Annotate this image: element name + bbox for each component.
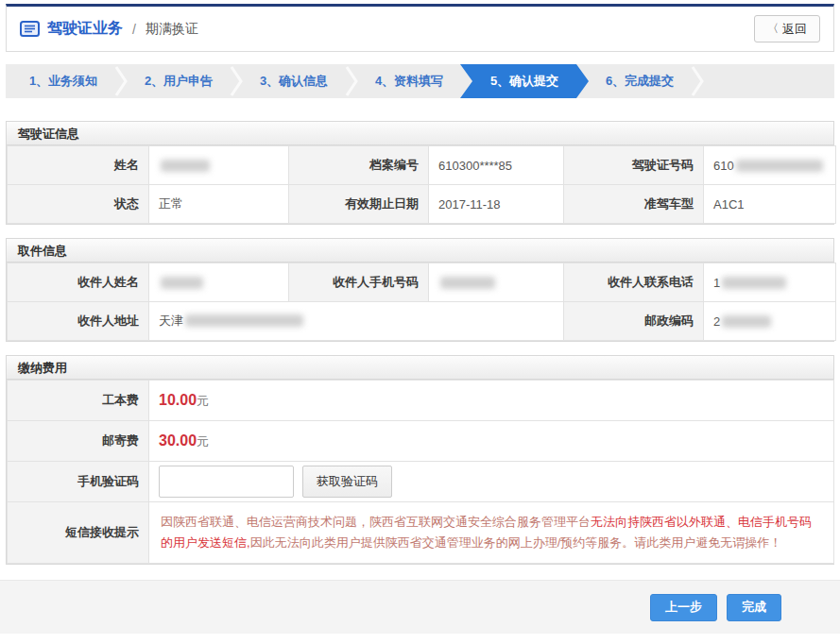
field-value: 610300****85 (429, 146, 564, 185)
get-code-button[interactable]: 获取验证码 (302, 466, 392, 498)
table-row: 收件人姓名收件人手机号码收件人联系电话1 (8, 263, 836, 302)
field-value (149, 263, 289, 302)
back-button[interactable]: 〈 返回 (754, 15, 820, 42)
table-row: 手机验证码获取验证码 (8, 462, 834, 502)
footer-action-bar: 上一步 完成 (0, 580, 840, 634)
field-label: 收件人姓名 (8, 263, 149, 302)
field-label: 状态 (8, 185, 149, 224)
section-驾驶证信息: 驾驶证信息姓名档案编号610300****85驾驶证号码610状态正常有效期止日… (6, 121, 834, 225)
value-text: 因陕西省联通、电信运营商技术问题，陕西省互联网交通安全综合服务管理平台 (161, 515, 591, 529)
field-value: 因陕西省联通、电信运营商技术问题，陕西省互联网交通安全综合服务管理平台无法向持陕… (149, 502, 834, 564)
page-subtitle: 期满换证 (146, 21, 198, 38)
field-label: 邮寄费 (8, 421, 149, 462)
value-text: 2017-11-18 (438, 197, 501, 212)
field-label: 手机验证码 (8, 462, 149, 502)
value-text: 元 (197, 434, 209, 449)
redacted-value (161, 277, 203, 289)
value-text: 元 (197, 394, 209, 408)
value-text: 610300****85 (438, 159, 512, 173)
content-sections: 驾驶证信息姓名档案编号610300****85驾驶证号码610状态正常有效期止日… (0, 121, 840, 565)
step-tab-5[interactable]: 5、确认提交 (460, 64, 589, 98)
breadcrumb-divider: / (132, 22, 136, 37)
step-tab-2[interactable]: 2、用户申告 (121, 64, 236, 98)
sms-code-input[interactable] (159, 466, 294, 498)
field-value: A1C1 (704, 185, 836, 224)
value-text: 610 (713, 159, 734, 173)
field-value: 30.00元 (149, 421, 834, 462)
value-text: A1C1 (713, 197, 745, 212)
step-separator-icon (690, 64, 705, 98)
redacted-value (736, 160, 823, 172)
value-text: 1 (713, 276, 720, 290)
field-label: 收件人联系电话 (564, 263, 704, 302)
value-text: 正常 (159, 196, 183, 211)
table-row: 短信接收提示因陕西省联通、电信运营商技术问题，陕西省互联网交通安全综合服务管理平… (8, 502, 834, 564)
field-label: 短信接收提示 (8, 502, 149, 564)
page-header: 驾驶证业务 / 期满换证 〈 返回 (6, 4, 834, 52)
value-text: 因此无法向此类用户提供陕西省交通管理业务的网上办理/预约等服务。请此类用户避免无… (250, 535, 782, 550)
redacted-value (722, 315, 771, 328)
field-label: 档案编号 (289, 146, 429, 185)
breadcrumb: 驾驶证业务 / 期满换证 (20, 19, 198, 39)
field-value: 2 (704, 302, 836, 341)
field-value: 获取验证码 (149, 462, 834, 502)
section-title: 缴纳费用 (7, 356, 833, 380)
redacted-value (161, 160, 210, 172)
field-label: 姓名 (8, 146, 149, 185)
field-value: 2017-11-18 (429, 185, 564, 224)
redacted-value (440, 277, 495, 289)
field-label: 准驾车型 (564, 185, 704, 224)
field-value (149, 146, 289, 185)
field-label: 邮政编码 (564, 302, 704, 341)
value-text: 2 (713, 314, 720, 329)
field-label: 驾驶证号码 (564, 146, 704, 185)
field-value (429, 263, 564, 302)
field-value: 天津 (149, 302, 564, 341)
step-tab-4[interactable]: 4、资料填写 (351, 64, 467, 98)
step-tab-3[interactable]: 3、确认信息 (236, 64, 351, 98)
section-缴纳费用: 缴纳费用工本费10.00元邮寄费30.00元手机验证码获取验证码短信接收提示因陕… (6, 355, 834, 565)
page-title: 驾驶证业务 (47, 19, 123, 39)
field-label: 收件人手机号码 (289, 263, 429, 302)
field-label: 有效期止日期 (289, 185, 429, 224)
field-value: 正常 (149, 185, 289, 224)
section-title: 驾驶证信息 (7, 122, 833, 145)
table-row: 工本费10.00元 (8, 381, 834, 421)
section-title: 取件信息 (7, 239, 833, 263)
field-value: 610 (704, 146, 836, 185)
section-取件信息: 取件信息收件人姓名收件人手机号码收件人联系电话1收件人地址天津邮政编码2 (6, 238, 834, 342)
value-text: 30.00 (159, 432, 197, 449)
value-text: 天津 (159, 314, 183, 328)
redacted-value (185, 314, 303, 327)
previous-step-button[interactable]: 上一步 (650, 594, 717, 621)
table-row: 收件人地址天津邮政编码2 (8, 302, 836, 341)
field-value: 10.00元 (149, 381, 834, 421)
step-tab-1[interactable]: 1、业务须知 (6, 64, 121, 98)
chevron-left-icon: 〈 (767, 21, 779, 37)
table-row: 姓名档案编号610300****85驾驶证号码610 (8, 146, 836, 185)
step-tab-6[interactable]: 6、完成提交 (582, 64, 697, 98)
field-value: 1 (704, 263, 836, 302)
value-text: 10.00 (159, 392, 197, 408)
list-icon (20, 21, 40, 37)
finish-button[interactable]: 完成 (727, 594, 781, 621)
field-label: 工本费 (8, 381, 149, 421)
table-row: 邮寄费30.00元 (8, 421, 834, 462)
field-label: 收件人地址 (8, 302, 149, 341)
back-button-label: 返回 (782, 21, 807, 38)
redacted-value (722, 277, 786, 289)
table-row: 状态正常有效期止日期2017-11-18准驾车型A1C1 (8, 185, 836, 224)
step-tabbar: 1、业务须知2、用户申告3、确认信息4、资料填写5、确认提交6、完成提交 (6, 64, 834, 98)
